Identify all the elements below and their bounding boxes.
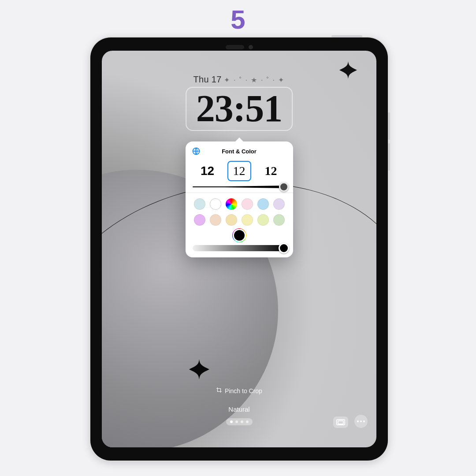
crop-hint-text: Pinch to Crop xyxy=(225,387,262,394)
color-swatch-0[interactable] xyxy=(194,198,205,210)
ipad-frame: Thu 17 ✦ · ˚ · ★ · ˚ · ✦ 23:51 Font & Co… xyxy=(90,37,388,461)
font-color-popover: Font & Color 12 12 12 xyxy=(186,141,293,257)
volume-down-button xyxy=(388,143,390,171)
color-swatches xyxy=(186,198,293,229)
photos-button[interactable] xyxy=(333,416,348,428)
power-button xyxy=(331,35,362,37)
more-button[interactable] xyxy=(354,415,368,428)
crop-hint: Pinch to Crop xyxy=(102,387,376,394)
color-picker-button[interactable] xyxy=(234,230,245,241)
color-swatch-9[interactable] xyxy=(242,214,253,226)
ellipsis-icon xyxy=(357,420,365,422)
font-options: 12 12 12 xyxy=(186,160,293,186)
weight-slider[interactable] xyxy=(186,186,293,193)
sparkle-icon xyxy=(189,359,209,379)
lockscreen-date[interactable]: Thu 17 ✦ · ˚ · ★ · ˚ · ✦ xyxy=(102,74,376,85)
color-swatch-7[interactable] xyxy=(210,214,221,226)
clock-time: 23:51 xyxy=(196,89,283,127)
step-number: 5 xyxy=(0,4,476,35)
lock-screen: Thu 17 ✦ · ˚ · ★ · ˚ · ✦ 23:51 Font & Co… xyxy=(102,51,376,447)
font-option-0[interactable]: 12 xyxy=(196,161,219,181)
color-swatch-3[interactable] xyxy=(242,198,253,210)
color-swatch-11[interactable] xyxy=(273,214,285,226)
page-dots[interactable] xyxy=(226,418,253,425)
svg-rect-2 xyxy=(338,421,343,424)
popover-title: Font & Color xyxy=(186,148,293,155)
color-swatch-10[interactable] xyxy=(257,214,269,226)
color-swatch-2[interactable] xyxy=(226,198,237,210)
weight-slider-thumb[interactable] xyxy=(279,182,289,192)
camera-bar xyxy=(226,45,253,49)
lockscreen-clock[interactable]: 23:51 xyxy=(186,87,293,131)
font-option-2[interactable]: 12 xyxy=(259,161,283,181)
font-option-1[interactable]: 12 xyxy=(227,161,251,181)
date-text: Thu 17 xyxy=(193,74,222,84)
divider xyxy=(186,193,293,193)
crop-icon xyxy=(216,387,222,394)
filter-label[interactable]: Natural xyxy=(102,405,376,413)
date-decoration: ✦ · ˚ · ★ · ˚ · ✦ xyxy=(224,76,285,84)
color-swatch-6[interactable] xyxy=(194,214,205,226)
color-swatch-1[interactable] xyxy=(210,198,221,210)
color-swatch-8[interactable] xyxy=(226,214,237,226)
color-swatch-4[interactable] xyxy=(257,198,269,210)
volume-up-button xyxy=(388,112,390,140)
tint-slider-thumb[interactable] xyxy=(279,243,289,253)
tint-slider[interactable] xyxy=(186,245,293,251)
color-swatch-5[interactable] xyxy=(273,198,285,210)
